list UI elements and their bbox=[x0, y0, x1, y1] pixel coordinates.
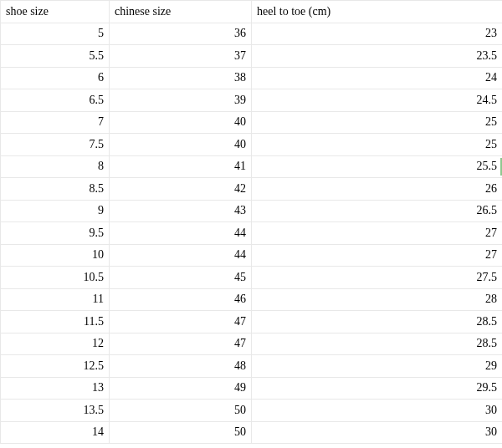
col-header-chinese-size: chinese size bbox=[110, 1, 252, 23]
cell: 49 bbox=[110, 377, 252, 400]
cell: 48 bbox=[110, 355, 252, 378]
cell: 44 bbox=[110, 244, 252, 267]
table-row: 13.55030 bbox=[1, 400, 503, 422]
cell: 9 bbox=[1, 200, 110, 222]
cell: 43 bbox=[110, 200, 252, 222]
cell: 47 bbox=[110, 311, 252, 333]
cell: 8 bbox=[1, 155, 110, 178]
cell: 12 bbox=[1, 333, 110, 355]
cell: 36 bbox=[110, 23, 252, 45]
cell: 50 bbox=[110, 421, 252, 444]
table-row: 134929.5 bbox=[1, 377, 503, 400]
cell: 23 bbox=[252, 23, 503, 45]
cell: 11 bbox=[1, 288, 110, 311]
cell: 7.5 bbox=[1, 134, 110, 156]
cell: 12.5 bbox=[1, 355, 110, 378]
cell: 30 bbox=[252, 400, 503, 422]
cell: 11.5 bbox=[1, 311, 110, 333]
header-row: shoe size chinese size heel to toe (cm) bbox=[1, 1, 503, 23]
cell: 38 bbox=[110, 67, 252, 89]
table-row: 124728.5 bbox=[1, 333, 503, 355]
cell: 9.5 bbox=[1, 222, 110, 245]
cell: 39 bbox=[110, 89, 252, 112]
size-chart-table: shoe size chinese size heel to toe (cm) … bbox=[0, 0, 502, 444]
table-row: 114628 bbox=[1, 288, 503, 311]
table-row: 8.54226 bbox=[1, 178, 503, 201]
cell: 44 bbox=[110, 222, 252, 245]
cell: 40 bbox=[110, 134, 252, 156]
cell: 6 bbox=[1, 67, 110, 89]
cell: 41 bbox=[110, 155, 252, 178]
cell: 26.5 bbox=[252, 200, 503, 222]
cell: 29.5 bbox=[252, 377, 503, 400]
col-header-shoe-size: shoe size bbox=[1, 1, 110, 23]
cell: 14 bbox=[1, 421, 110, 444]
cell: 27 bbox=[252, 222, 503, 245]
cell: 23.5 bbox=[252, 45, 503, 68]
cell: 25 bbox=[252, 134, 503, 156]
table-row: 104427 bbox=[1, 244, 503, 267]
cell: 46 bbox=[110, 288, 252, 311]
cell: 40 bbox=[110, 111, 252, 134]
table-row: 6.53924.5 bbox=[1, 89, 503, 112]
table-body: 536235.53723.5638246.53924.5740257.54025… bbox=[1, 23, 503, 444]
table-row: 94326.5 bbox=[1, 200, 503, 222]
col-header-heel-to-toe: heel to toe (cm) bbox=[252, 1, 503, 23]
table-row: 63824 bbox=[1, 67, 503, 89]
cell: 28.5 bbox=[252, 311, 503, 333]
cell: 37 bbox=[110, 45, 252, 68]
table-row: 10.54527.5 bbox=[1, 267, 503, 289]
cell: 24 bbox=[252, 67, 503, 89]
cell: 25 bbox=[252, 111, 503, 134]
cell: 10 bbox=[1, 244, 110, 267]
cell: 13 bbox=[1, 377, 110, 400]
cell: 25.5 bbox=[252, 155, 503, 178]
table-row: 11.54728.5 bbox=[1, 311, 503, 333]
table-row: 74025 bbox=[1, 111, 503, 134]
cell: 29 bbox=[252, 355, 503, 378]
cell: 27.5 bbox=[252, 267, 503, 289]
table-row: 145030 bbox=[1, 421, 503, 444]
cell: 28 bbox=[252, 288, 503, 311]
table-row: 9.54427 bbox=[1, 222, 503, 245]
table-row: 84125.5 bbox=[1, 155, 503, 178]
cell: 7 bbox=[1, 111, 110, 134]
cell: 5 bbox=[1, 23, 110, 45]
table-row: 53623 bbox=[1, 23, 503, 45]
cell: 50 bbox=[110, 400, 252, 422]
cell: 5.5 bbox=[1, 45, 110, 68]
cell: 28.5 bbox=[252, 333, 503, 355]
cell: 26 bbox=[252, 178, 503, 201]
cell: 27 bbox=[252, 244, 503, 267]
cell: 6.5 bbox=[1, 89, 110, 112]
cell: 42 bbox=[110, 178, 252, 201]
cell: 30 bbox=[252, 421, 503, 444]
table-row: 12.54829 bbox=[1, 355, 503, 378]
cell: 47 bbox=[110, 333, 252, 355]
cell: 24.5 bbox=[252, 89, 503, 112]
table-row: 5.53723.5 bbox=[1, 45, 503, 68]
cell: 10.5 bbox=[1, 267, 110, 289]
cell: 13.5 bbox=[1, 400, 110, 422]
table-row: 7.54025 bbox=[1, 134, 503, 156]
cell: 45 bbox=[110, 267, 252, 289]
cell: 8.5 bbox=[1, 178, 110, 201]
